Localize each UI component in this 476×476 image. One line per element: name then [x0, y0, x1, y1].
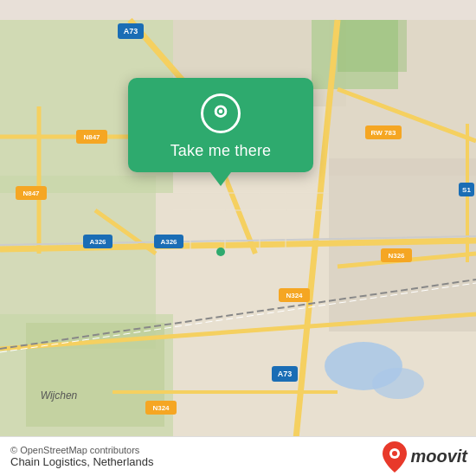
svg-text:N847: N847 — [83, 133, 100, 141]
take-me-there-button[interactable]: Take me there — [170, 142, 272, 160]
svg-text:Wijchen: Wijchen — [41, 389, 78, 402]
map-svg: A73 A73 N847 N847 A326 A326 RW 783 N326 … — [0, 0, 476, 476]
location-label: Chain Logistics, Netherlands — [10, 455, 153, 468]
svg-text:A326: A326 — [160, 238, 177, 246]
moovit-logo-text: moovit — [410, 447, 467, 466]
svg-text:RW 783: RW 783 — [371, 129, 396, 137]
moovit-pin-icon — [383, 441, 407, 473]
map-container: A73 A73 N847 N847 A326 A326 RW 783 N326 … — [0, 0, 476, 476]
svg-point-60 — [392, 451, 397, 456]
svg-text:N847: N847 — [23, 190, 40, 197]
svg-point-58 — [219, 109, 223, 113]
svg-point-56 — [216, 248, 225, 256]
popup-card: Take me there — [128, 78, 313, 172]
svg-text:N326: N326 — [388, 252, 405, 260]
map-attribution: © OpenStreetMap contributors — [10, 445, 153, 455]
bottom-bar: © OpenStreetMap contributors Chain Logis… — [0, 436, 476, 476]
moovit-logo: moovit — [383, 441, 467, 473]
svg-text:A73: A73 — [278, 370, 293, 378]
svg-text:A326: A326 — [89, 238, 106, 246]
svg-rect-11 — [338, 20, 407, 72]
svg-text:N324: N324 — [152, 404, 170, 412]
svg-text:S1: S1 — [462, 186, 471, 194]
svg-text:N324: N324 — [286, 292, 303, 299]
location-pin-icon — [201, 93, 241, 133]
svg-text:A73: A73 — [124, 27, 138, 35]
left-info: © OpenStreetMap contributors Chain Logis… — [10, 445, 153, 468]
svg-point-9 — [372, 368, 424, 399]
